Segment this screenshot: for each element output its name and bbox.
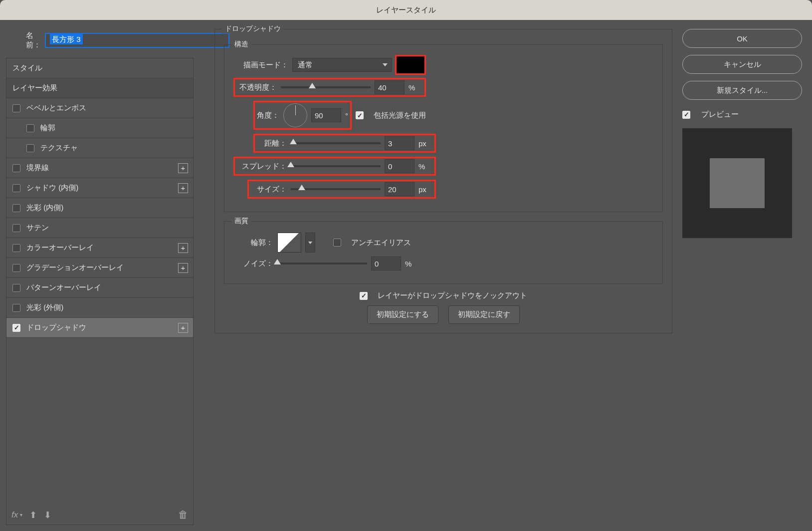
fieldset-legend: ドロップシャドウ <box>222 24 284 33</box>
make-default-button[interactable]: 初期設定にする <box>367 305 438 324</box>
fx-menu-icon[interactable]: fx <box>11 510 18 520</box>
add-icon[interactable]: + <box>178 263 188 273</box>
angle-label: 角度： <box>257 111 279 120</box>
checkbox-icon[interactable] <box>12 284 20 292</box>
spread-row: スプレッド： 0 % <box>233 157 653 176</box>
style-item-color-overlay[interactable]: カラーオーバーレイ + <box>6 238 193 258</box>
preview-checkbox[interactable] <box>682 111 690 119</box>
checkbox-icon[interactable] <box>12 264 20 272</box>
name-label: 名前： <box>26 31 41 50</box>
preview-thumbnail <box>710 158 765 208</box>
checkbox-icon[interactable] <box>12 104 20 112</box>
default-buttons-row: 初期設定にする 初期設定に戻す <box>224 305 663 324</box>
checkbox-icon[interactable] <box>26 144 34 152</box>
size-input[interactable]: 20 <box>385 182 414 196</box>
noise-unit: % <box>405 260 419 268</box>
angle-highlight: 角度： 90 ° <box>253 101 352 130</box>
ok-button[interactable]: OK <box>682 29 802 48</box>
style-item-gradient-overlay[interactable]: グラデーションオーバーレイ + <box>6 258 193 278</box>
shadow-color-swatch[interactable] <box>396 56 425 74</box>
checkbox-icon[interactable] <box>12 324 20 332</box>
structure-legend: 構造 <box>231 40 251 49</box>
knockout-row: レイヤーがドロップシャドウをノックアウト <box>224 291 663 300</box>
distance-highlight: 距離： 3 px <box>253 134 436 153</box>
styles-footer: fx ▾ ⬆ ⬇ 🗑 <box>6 505 193 525</box>
styles-header[interactable]: スタイル <box>6 58 193 78</box>
checkbox-icon[interactable] <box>12 304 20 312</box>
new-style-button[interactable]: 新規スタイル... <box>682 81 802 100</box>
move-up-icon[interactable]: ⬆ <box>29 510 37 521</box>
spread-input[interactable]: 0 <box>385 159 414 173</box>
style-item-pattern-overlay[interactable]: パターンオーバーレイ <box>6 278 193 298</box>
spread-label: スプレッド： <box>237 162 287 171</box>
style-item-satin[interactable]: サテン <box>6 218 193 238</box>
quality-legend: 画質 <box>231 217 251 226</box>
opacity-unit: % <box>408 83 422 92</box>
distance-input[interactable]: 3 <box>385 136 414 150</box>
window-title: レイヤースタイル <box>376 5 436 15</box>
style-label: カラーオーバーレイ <box>26 243 94 253</box>
spread-slider[interactable] <box>291 165 381 167</box>
size-slider[interactable] <box>291 188 381 190</box>
opacity-highlight: 不透明度： 40 % <box>233 78 426 97</box>
angle-input[interactable]: 90 <box>311 108 341 122</box>
checkbox-icon[interactable] <box>12 184 20 192</box>
contour-swatch[interactable] <box>277 233 301 253</box>
style-item-texture[interactable]: テクスチャ <box>6 138 193 158</box>
checkbox-icon[interactable] <box>12 164 20 172</box>
style-item-contour[interactable]: 輪郭 <box>6 118 193 138</box>
blend-mode-label: 描画モード： <box>233 60 288 70</box>
left-column: 名前： 長方形 3 スタイル レイヤー効果 ベベルとエンボス 輪郭 テクスチャ … <box>0 20 200 531</box>
add-icon[interactable]: + <box>178 163 188 173</box>
titlebar: レイヤースタイル <box>0 0 812 20</box>
style-item-outer-glow[interactable]: 光彩 (外側) <box>6 298 193 318</box>
style-label: パターンオーバーレイ <box>26 283 101 292</box>
distance-slider[interactable] <box>291 142 381 144</box>
style-label: ドロップシャドウ <box>26 323 86 332</box>
style-label: ベベルとエンボス <box>26 103 86 113</box>
style-item-drop-shadow[interactable]: ドロップシャドウ + <box>6 318 193 338</box>
add-icon[interactable]: + <box>178 323 188 333</box>
style-item-inner-shadow[interactable]: シャドウ (内側) + <box>6 178 193 198</box>
preview-box <box>682 128 792 238</box>
noise-input[interactable]: 0 <box>371 257 401 270</box>
contour-dropdown-icon[interactable] <box>305 233 315 253</box>
style-item-bevel[interactable]: ベベルとエンボス <box>6 98 193 118</box>
reset-default-button[interactable]: 初期設定に戻す <box>448 305 520 324</box>
checkbox-icon[interactable] <box>12 224 20 232</box>
size-label: サイズ： <box>251 185 287 194</box>
quality-fieldset: 画質 輪郭： アンチエイリアス ノイズ： 0 % <box>224 221 663 284</box>
size-row: サイズ： 20 px <box>233 180 653 199</box>
opacity-input[interactable]: 40 <box>375 80 405 94</box>
preview-label: プレビュー <box>701 110 739 119</box>
global-light-checkbox[interactable] <box>356 111 364 119</box>
distance-label: 距離： <box>257 139 287 148</box>
add-icon[interactable]: + <box>178 183 188 193</box>
center-column: ドロップシャドウ 構造 描画モード： 通常 不透明度： 40 % <box>200 20 682 531</box>
antialias-label: アンチエイリアス <box>351 238 411 248</box>
style-item-stroke[interactable]: 境界線 + <box>6 158 193 178</box>
knockout-checkbox[interactable] <box>360 292 368 300</box>
antialias-checkbox[interactable] <box>333 239 341 247</box>
checkbox-icon[interactable] <box>26 124 34 132</box>
spread-unit: % <box>418 162 432 171</box>
checkbox-icon[interactable] <box>12 204 20 212</box>
fx-caret-icon[interactable]: ▾ <box>20 512 22 518</box>
cancel-button[interactable]: キャンセル <box>682 55 802 74</box>
opacity-label: 不透明度： <box>237 83 277 92</box>
add-icon[interactable]: + <box>178 243 188 253</box>
style-label: サテン <box>26 223 49 233</box>
blend-mode-dropdown[interactable]: 通常 <box>292 58 392 72</box>
trash-icon[interactable]: 🗑 <box>178 509 188 521</box>
knockout-label: レイヤーがドロップシャドウをノックアウト <box>378 291 527 300</box>
angle-dial[interactable] <box>283 103 307 127</box>
preview-row: プレビュー <box>682 110 802 119</box>
style-item-inner-glow[interactable]: 光彩 (内側) <box>6 198 193 218</box>
noise-slider[interactable] <box>277 263 367 265</box>
size-highlight: サイズ： 20 px <box>247 180 436 199</box>
checkbox-icon[interactable] <box>12 244 20 252</box>
styles-subheader[interactable]: レイヤー効果 <box>6 78 193 98</box>
opacity-slider[interactable] <box>281 86 371 88</box>
move-down-icon[interactable]: ⬇ <box>44 510 51 521</box>
spread-highlight: スプレッド： 0 % <box>233 157 436 176</box>
